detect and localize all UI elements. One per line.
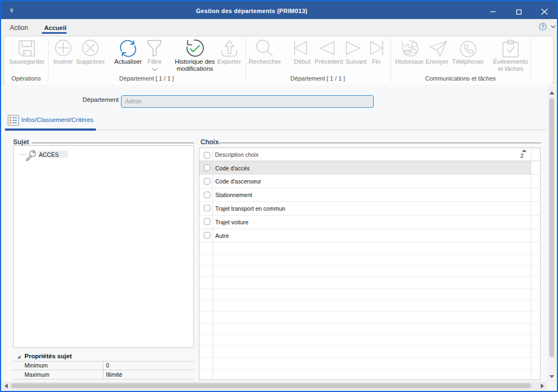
svg-text:?: ? <box>541 24 544 30</box>
